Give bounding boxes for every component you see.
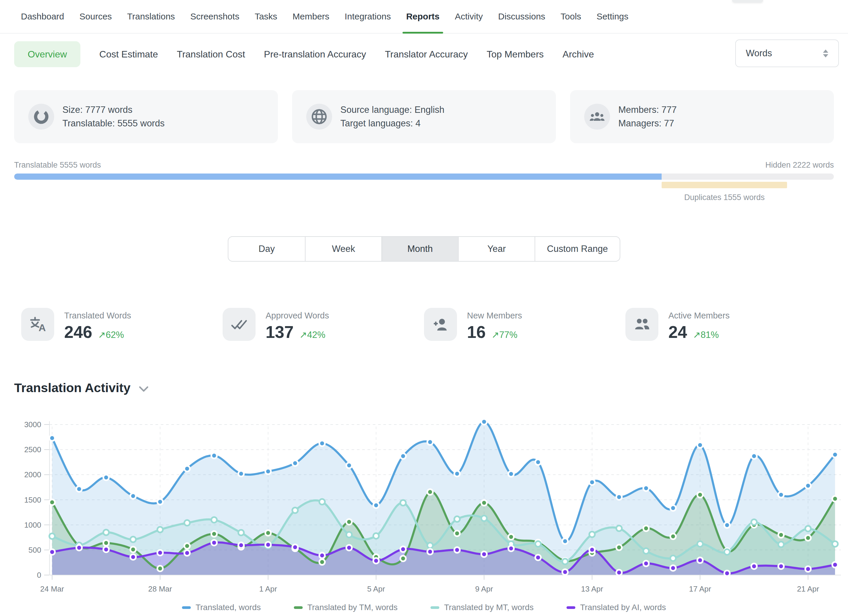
summary-card-text: Source language: EnglishTarget languages…: [340, 103, 444, 130]
unit-select[interactable]: Words: [735, 40, 839, 67]
svg-text:24 Mar: 24 Mar: [40, 585, 64, 593]
select-caret-icon: [823, 49, 828, 58]
nav-tab-tools[interactable]: Tools: [560, 0, 581, 33]
stat-new-members: New Members16↗77%: [424, 308, 626, 342]
person-plus-icon: [424, 308, 457, 341]
kpi-stats: ATranslated Words246↗62%Approved Words13…: [21, 308, 827, 342]
section-title: Translation Activity: [14, 381, 130, 395]
chevron-down-icon[interactable]: [139, 386, 149, 392]
top-navigation: DashboardSourcesTranslationsScreenshotsT…: [0, 0, 848, 34]
stat-active-members: Active Members24↗81%: [626, 308, 827, 342]
stat-change: ↗62%: [98, 330, 124, 340]
translate-icon: A: [21, 308, 54, 341]
stat-approved-words: Approved Words137↗42%: [222, 308, 424, 342]
legend-item-translated-by-ai-words[interactable]: Translated by AI, words: [566, 603, 666, 612]
svg-text:5 Apr: 5 Apr: [367, 585, 385, 593]
range-tab-day[interactable]: Day: [228, 237, 305, 261]
range-tab-year[interactable]: Year: [458, 237, 535, 261]
summary-card-text: Members: 777Managers: 77: [618, 103, 677, 130]
svg-text:0: 0: [37, 571, 41, 579]
nav-tab-sources[interactable]: Sources: [80, 0, 112, 33]
report-tab-cost-estimate[interactable]: Cost Estimate: [99, 49, 158, 60]
summary-card: Size: 7777 wordsTranslatable: 5555 words: [14, 90, 278, 143]
stat-label: Active Members: [669, 311, 729, 321]
svg-text:1 Apr: 1 Apr: [259, 585, 277, 593]
stat-value: 137: [265, 322, 294, 342]
nav-tab-reports[interactable]: Reports: [406, 0, 439, 33]
report-tab-pre-translation-accuracy[interactable]: Pre-translation Accuracy: [264, 49, 366, 60]
stat-change: ↗77%: [491, 330, 517, 340]
stat-label: Approved Words: [265, 311, 329, 321]
summary-card: Members: 777Managers: 77: [570, 90, 834, 143]
summary-card: Source language: EnglishTarget languages…: [292, 90, 556, 143]
legend-label: Translated by AI, words: [580, 603, 666, 612]
reports-sub-navigation: OverviewCost EstimateTranslation CostPre…: [14, 41, 594, 68]
nav-tab-activity[interactable]: Activity: [455, 0, 483, 33]
stat-translated-words: ATranslated Words246↗62%: [21, 308, 222, 342]
stat-label: New Members: [467, 311, 522, 321]
translation-activity-chart: 05001000150020002500300024 Mar28 Mar1 Ap…: [0, 410, 848, 603]
globe-icon: [306, 104, 332, 130]
legend-dash-icon: [294, 606, 303, 609]
svg-text:A: A: [39, 322, 46, 333]
svg-text:13 Apr: 13 Apr: [581, 585, 603, 593]
svg-text:9 Apr: 9 Apr: [475, 585, 493, 593]
legend-dash-icon: [566, 606, 575, 609]
report-tab-top-members[interactable]: Top Members: [487, 49, 544, 60]
nav-tab-screenshots[interactable]: Screenshots: [190, 0, 239, 33]
stat-change: ↗42%: [299, 330, 325, 340]
report-tab-translation-cost[interactable]: Translation Cost: [177, 49, 245, 60]
people-icon: [626, 308, 658, 341]
report-tab-archive[interactable]: Archive: [563, 49, 594, 60]
duplicates-bar: [662, 182, 787, 188]
legend-label: Translated by TM, words: [307, 603, 398, 612]
svg-text:28 Mar: 28 Mar: [148, 585, 172, 593]
report-tab-overview[interactable]: Overview: [14, 41, 80, 67]
nav-tab-tasks[interactable]: Tasks: [255, 0, 277, 33]
range-tab-month[interactable]: Month: [382, 237, 458, 261]
translatable-progress-fill: [14, 174, 662, 180]
nav-tab-dashboard[interactable]: Dashboard: [21, 0, 64, 33]
translatable-label: Translatable 5555 words: [14, 160, 101, 170]
svg-text:21 Apr: 21 Apr: [797, 585, 820, 593]
svg-text:1000: 1000: [24, 521, 41, 529]
stat-change: ↗81%: [693, 330, 719, 340]
chart-legend: Translated, wordsTranslated by TM, words…: [0, 603, 848, 612]
legend-label: Translated, words: [196, 603, 261, 612]
legend-label: Translated by MT, words: [444, 603, 534, 612]
nav-tab-discussions[interactable]: Discussions: [498, 0, 545, 33]
nav-tab-translations[interactable]: Translations: [127, 0, 175, 33]
double-check-icon: [222, 308, 256, 341]
donut-icon: [28, 104, 54, 130]
svg-text:3000: 3000: [24, 420, 41, 429]
nav-tab-members[interactable]: Members: [293, 0, 329, 33]
legend-dash-icon: [182, 606, 191, 609]
legend-dash-icon: [430, 606, 439, 609]
time-range-tabs: DayWeekMonthYearCustom Range: [228, 236, 620, 261]
stat-label: Translated Words: [64, 311, 131, 321]
svg-text:17 Apr: 17 Apr: [689, 585, 712, 593]
stat-value: 16: [467, 322, 486, 342]
summary-card-text: Size: 7777 wordsTranslatable: 5555 words: [62, 103, 165, 130]
legend-item-translated-words[interactable]: Translated, words: [182, 603, 261, 612]
range-tab-week[interactable]: Week: [305, 237, 382, 261]
summary-cards: Size: 7777 wordsTranslatable: 5555 words…: [14, 90, 834, 143]
svg-text:2000: 2000: [24, 470, 41, 479]
unit-select-value: Words: [746, 48, 772, 59]
nav-tab-settings[interactable]: Settings: [596, 0, 629, 33]
duplicates-label: Duplicates 1555 words: [684, 193, 765, 202]
words-progress-bar: [14, 174, 834, 180]
legend-item-translated-by-mt-words[interactable]: Translated by MT, words: [430, 603, 534, 612]
stat-value: 24: [669, 322, 687, 342]
hidden-label: Hidden 2222 words: [765, 160, 834, 170]
nav-tab-integrations[interactable]: Integrations: [345, 0, 391, 33]
svg-text:1500: 1500: [24, 496, 41, 504]
legend-item-translated-by-tm-words[interactable]: Translated by TM, words: [294, 603, 398, 612]
people-group-icon: [584, 104, 610, 130]
stat-value: 246: [64, 322, 92, 342]
svg-text:2500: 2500: [24, 445, 41, 454]
svg-text:500: 500: [28, 546, 41, 554]
range-tab-custom-range[interactable]: Custom Range: [535, 237, 620, 261]
report-tab-translator-accuracy[interactable]: Translator Accuracy: [385, 49, 468, 60]
